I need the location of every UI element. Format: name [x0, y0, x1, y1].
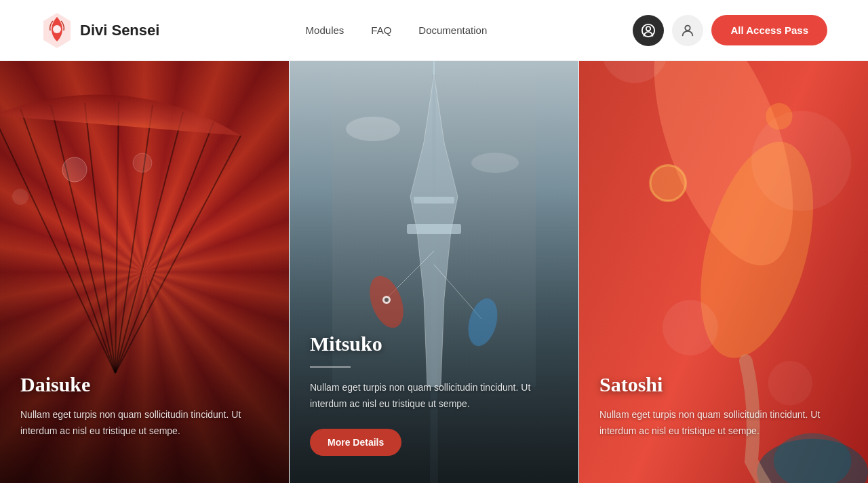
card-daisuke-overlay: Daisuke Nullam eget turpis non quam soll… [0, 353, 289, 483]
cards-section: Daisuke Nullam eget turpis non quam soll… [0, 61, 868, 483]
svg-point-37 [766, 103, 792, 130]
card-daisuke[interactable]: Daisuke Nullam eget turpis non quam soll… [0, 61, 289, 483]
navbar: Divi Sensei Modules FAQ Documentation Al… [0, 0, 868, 61]
account-icon [680, 23, 695, 38]
card-mitsuko[interactable]: Mitsuko Nullam eget turpis non quam soll… [289, 61, 578, 483]
card-satoshi-overlay: Satoshi Nullam eget turpis non quam soll… [579, 353, 868, 483]
svg-line-5 [20, 109, 115, 373]
user-circle-icon [641, 23, 656, 38]
svg-point-34 [663, 300, 718, 355]
svg-line-11 [115, 122, 214, 373]
card-mitsuko-divider [310, 366, 351, 368]
svg-point-3 [686, 25, 690, 30]
navbar-actions: All Access Pass [633, 15, 827, 46]
card-mitsuko-overlay: Mitsuko Nullam eget turpis non quam soll… [290, 312, 578, 483]
svg-line-4 [0, 115, 115, 373]
svg-line-6 [51, 105, 115, 373]
card-satoshi-desc: Nullam eget turpis non quam sollicitudin… [599, 407, 848, 440]
brand-name: Divi Sensei [80, 22, 159, 39]
access-pass-button[interactable]: All Access Pass [711, 15, 827, 45]
card-satoshi-title: Satoshi [599, 373, 848, 396]
nav-faq[interactable]: FAQ [371, 24, 391, 36]
svg-rect-18 [407, 224, 461, 234]
svg-line-10 [115, 112, 183, 373]
nav-modules[interactable]: Modules [306, 24, 344, 36]
mitsuko-details-button[interactable]: More Details [310, 429, 401, 456]
svg-rect-19 [414, 197, 454, 204]
svg-line-8 [115, 102, 119, 373]
logo-link[interactable]: Divi Sensei [41, 12, 159, 50]
card-daisuke-desc: Nullam eget turpis non quam sollicitudin… [20, 407, 269, 440]
logo-icon [41, 12, 73, 50]
svg-point-0 [53, 25, 61, 33]
svg-line-12 [115, 136, 241, 373]
user-circle-button[interactable] [633, 15, 664, 46]
nav-links: Modules FAQ Documentation [306, 24, 488, 36]
card-daisuke-title: Daisuke [20, 373, 269, 396]
card-mitsuko-title: Mitsuko [310, 332, 558, 355]
svg-point-15 [12, 189, 28, 205]
card-satoshi[interactable]: Satoshi Nullam eget turpis non quam soll… [578, 61, 868, 483]
svg-point-28 [471, 153, 519, 173]
svg-point-33 [751, 111, 851, 210]
svg-point-13 [62, 157, 87, 182]
fan-illustration [0, 61, 258, 387]
svg-point-14 [133, 153, 152, 172]
account-button[interactable] [672, 15, 703, 46]
svg-line-7 [85, 103, 115, 373]
card-mitsuko-desc: Nullam eget turpis non quam sollicitudin… [310, 380, 558, 412]
svg-point-2 [646, 26, 650, 31]
svg-point-36 [650, 166, 686, 201]
svg-point-26 [384, 298, 389, 302]
nav-documentation[interactable]: Documentation [418, 24, 487, 36]
svg-point-27 [346, 117, 400, 141]
svg-line-9 [115, 105, 153, 373]
